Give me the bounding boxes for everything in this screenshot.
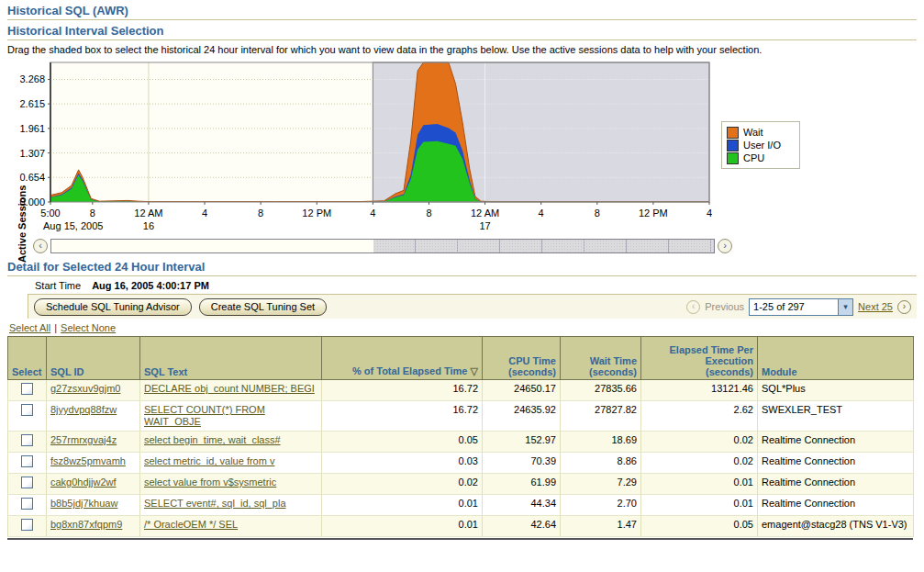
sql-text-cell: select value from v$sysmetric [140, 474, 322, 495]
row-checkbox[interactable] [21, 477, 33, 488]
table-row: cakg0hdjjw2wf select value from v$sysmet… [8, 474, 914, 495]
table-row: b8b5jdj7khuaw SELECT event#, sql_id, sql… [8, 495, 914, 516]
sql-text-cell: SELECT COUNT(*) FROM WAIT_OBJE [140, 401, 322, 432]
legend-item-wait: Wait [727, 126, 795, 139]
column-header-elapsed-per-exec[interactable]: Elapsed Time Per Execution (seconds) [641, 337, 758, 380]
sort-descending-icon: ▽ [471, 365, 478, 376]
elapsed-per-exec-cell: 0.01 [641, 495, 758, 516]
interval-description: Drag the shaded box to select the histor… [7, 44, 917, 55]
sql-id-cell: bg8xn87xfqpm9 [47, 516, 140, 537]
interval-section-title: Historical Interval Selection [7, 24, 917, 38]
detail-rule [7, 275, 917, 276]
slider-left-arrow-icon[interactable]: ‹ [33, 239, 48, 253]
row-checkbox[interactable] [21, 434, 33, 446]
row-checkbox[interactable] [21, 404, 33, 416]
column-header-sql-text[interactable]: SQL Text [140, 337, 322, 380]
column-header-wait-time[interactable]: Wait Time (seconds) [561, 337, 641, 380]
column-header-sql-id[interactable]: SQL ID [47, 337, 140, 380]
start-time-row: Start TimeAug 16, 2005 4:00:17 PM [35, 280, 917, 291]
cpu-time-cell: 70.39 [483, 453, 561, 474]
sql-id-link[interactable]: g27zsxuv9gjm0 [50, 383, 120, 394]
table-bottom-divider [7, 538, 913, 540]
sql-id-link[interactable]: fsz8wz5pmvamh [50, 455, 126, 466]
svg-text:8: 8 [258, 207, 263, 219]
sql-text-link[interactable]: select metric_id, value from v [144, 455, 274, 466]
legend-item-cpu: CPU [727, 151, 795, 164]
svg-text:0.000: 0.000 [19, 196, 45, 207]
interval-rule [7, 39, 917, 40]
sql-detail-table: Select SQL ID SQL Text % of Total Elapse… [7, 336, 914, 537]
next-page-icon[interactable]: › [897, 300, 911, 314]
cpu-time-cell: 44.34 [483, 495, 561, 516]
selection-links: Select All|Select None [9, 322, 917, 333]
cpu-time-cell: 24635.92 [483, 401, 561, 432]
previous-page-icon: ‹ [686, 300, 700, 314]
sql-id-link[interactable]: cakg0hdjjw2wf [50, 477, 117, 488]
svg-text:1.961: 1.961 [19, 123, 45, 134]
active-sessions-chart[interactable]: Active Sessions 0.0000.6541.3071.9612.61… [0, 57, 924, 233]
sql-text-link[interactable]: select begin_time, wait_class# [144, 434, 281, 445]
column-header-cpu-time[interactable]: CPU Time (seconds) [483, 337, 561, 380]
sql-text-link[interactable]: DECLARE obj_count NUMBER; BEGI [144, 383, 315, 394]
sql-text-link[interactable]: select value from v$sysmetric [144, 477, 276, 488]
cpu-time-cell: 24650.17 [483, 380, 561, 401]
page-title: Historical SQL (AWR) [7, 4, 917, 17]
svg-text:12 PM: 12 PM [639, 207, 668, 219]
sql-id-link[interactable]: 8jyydvpq88fzw [50, 404, 117, 415]
svg-text:2.615: 2.615 [19, 98, 45, 109]
svg-text:17: 17 [479, 220, 490, 231]
cpu-time-cell: 152.97 [483, 432, 561, 453]
column-header-pct-elapsed[interactable]: % of Total Elapsed Time ▽ [322, 337, 483, 380]
user-io-swatch-icon [727, 140, 739, 151]
sql-id-link[interactable]: bg8xn87xfqpm9 [50, 519, 122, 530]
sql-text-link[interactable]: SELECT COUNT(*) FROM WAIT_OBJE [144, 404, 265, 427]
wait-time-cell: 7.29 [561, 474, 641, 495]
svg-text:8: 8 [90, 207, 95, 219]
pct-elapsed-cell: 0.02 [322, 474, 483, 495]
svg-text:Aug 15, 2005: Aug 15, 2005 [43, 220, 103, 231]
sql-text-link[interactable]: SELECT event#, sql_id, sql_pla [144, 498, 286, 509]
svg-text:1.307: 1.307 [19, 148, 45, 159]
interval-slider[interactable]: ‹ › [0, 237, 924, 256]
sql-id-link[interactable]: b8b5jdj7khuaw [50, 498, 117, 509]
detail-section-title: Detail for Selected 24 Hour Interval [7, 260, 917, 274]
elapsed-per-exec-cell: 2.62 [641, 401, 758, 432]
select-none-link[interactable]: Select None [61, 322, 116, 333]
select-cell [8, 474, 47, 495]
module-cell: Realtime Connection [758, 432, 914, 453]
column-header-module[interactable]: Module [758, 337, 914, 380]
svg-text:4: 4 [539, 207, 544, 219]
select-all-link[interactable]: Select All [9, 322, 50, 333]
elapsed-per-exec-cell: 0.05 [641, 516, 758, 537]
next-page-link[interactable]: Next 25 [858, 301, 893, 312]
slider-right-arrow-icon[interactable]: › [718, 239, 732, 253]
slider-selected-range[interactable] [373, 240, 714, 252]
previous-label: Previous [705, 301, 744, 312]
legend-item-user-io: User I/O [727, 139, 795, 151]
row-checkbox[interactable] [21, 455, 33, 467]
wait-swatch-icon [727, 127, 739, 139]
select-cell [8, 380, 47, 401]
sql-id-cell: 8jyydvpq88fzw [47, 401, 140, 432]
module-cell: Realtime Connection [758, 495, 914, 516]
schedule-sql-tuning-advisor-button[interactable]: Schedule SQL Tuning Advisor [34, 298, 192, 316]
svg-text:8: 8 [595, 207, 600, 219]
cpu-time-cell: 42.64 [483, 516, 561, 537]
module-cell: Realtime Connection [758, 453, 914, 474]
table-row: bg8xn87xfqpm9 /* OracleOEM */ SEL 0.01 4… [8, 516, 914, 537]
page-range-select[interactable]: 1-25 of 297 ▾ [749, 298, 853, 316]
cpu-time-cell: 61.99 [483, 474, 561, 495]
table-row: g27zsxuv9gjm0 DECLARE obj_count NUMBER; … [8, 380, 914, 401]
create-sql-tuning-set-button[interactable]: Create SQL Tuning Set [199, 298, 327, 316]
row-checkbox[interactable] [21, 383, 33, 395]
select-cell [8, 495, 47, 516]
sql-text-link[interactable]: /* OracleOEM */ SEL [144, 519, 238, 530]
row-checkbox[interactable] [21, 519, 33, 531]
svg-text:5:00: 5:00 [40, 207, 60, 219]
sql-id-link[interactable]: 257rmrxgvaj4z [50, 434, 117, 445]
chart-legend: Wait User I/O CPU [721, 121, 800, 169]
row-checkbox[interactable] [21, 498, 33, 510]
slider-track[interactable] [50, 239, 715, 253]
svg-text:0.654: 0.654 [19, 172, 45, 183]
sql-id-cell: 257rmrxgvaj4z [47, 432, 140, 453]
